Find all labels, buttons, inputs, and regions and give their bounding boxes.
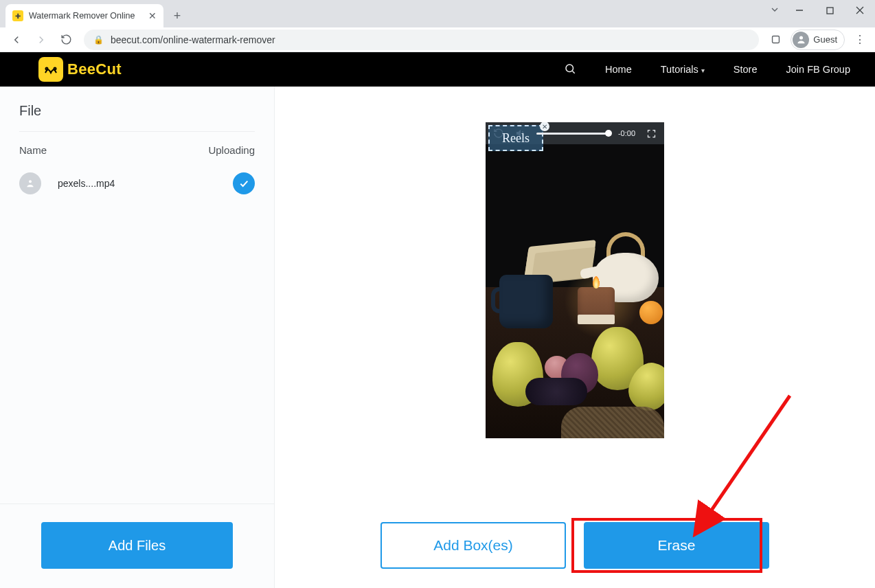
sidebar-title: File: [19, 103, 255, 119]
profile-label: Guest: [813, 34, 837, 45]
search-icon[interactable]: [564, 63, 576, 77]
minimize-button[interactable]: [784, 0, 815, 21]
lock-icon: 🔒: [93, 35, 104, 45]
svg-point-6: [46, 68, 48, 70]
reload-button[interactable]: [55, 29, 77, 51]
close-window-button[interactable]: [845, 0, 875, 21]
nav-home[interactable]: Home: [605, 64, 632, 75]
svg-line-13: [701, 396, 790, 526]
erase-button[interactable]: Erase: [584, 522, 769, 569]
avatar-icon: [793, 32, 809, 48]
selection-close-icon[interactable]: ✕: [540, 122, 549, 131]
browser-toolbar: 🔒 beecut.com/online-watermark-remover Gu…: [0, 27, 875, 52]
seek-slider[interactable]: [536, 133, 609, 135]
kebab-menu-icon[interactable]: ⋮: [850, 33, 870, 46]
svg-point-5: [799, 36, 803, 40]
main-nav: Home Tutorials Store Join FB Group: [564, 63, 850, 77]
nav-group[interactable]: Join FB Group: [786, 64, 851, 75]
video-player: Reels ✕ -0:00 Add Box(es) Erase: [486, 122, 664, 438]
selection-box[interactable]: Reels: [488, 125, 543, 151]
maximize-button[interactable]: [815, 0, 845, 21]
url-text: beecut.com/online-watermark-remover: [111, 34, 275, 45]
back-button[interactable]: [5, 29, 27, 51]
nav-tutorials[interactable]: Tutorials: [661, 64, 705, 75]
svg-point-8: [566, 65, 573, 72]
browser-titlebar: ✚ Watermark Remover Online ✕ +: [0, 0, 875, 27]
add-files-button[interactable]: Add Files: [41, 522, 233, 569]
logo-icon[interactable]: [38, 57, 63, 82]
annotation-arrow-icon: [687, 389, 797, 540]
extensions-icon[interactable]: [766, 30, 785, 49]
video-still: Reels ✕: [486, 122, 664, 438]
file-thumb-icon: [19, 172, 41, 194]
svg-point-7: [54, 68, 56, 70]
col-name: Name: [19, 144, 47, 156]
divider: [19, 131, 255, 132]
tabs-chevron-icon[interactable]: [769, 4, 780, 18]
main-panel: Reels ✕ -0:00 Add Box(es) Erase: [275, 87, 875, 588]
nav-store[interactable]: Store: [734, 64, 758, 75]
app-body: File Name Uploading pexels....mp4 Add Fi…: [0, 87, 875, 588]
upload-complete-icon: [233, 172, 255, 194]
close-tab-icon[interactable]: ✕: [148, 10, 157, 21]
col-status: Uploading: [208, 144, 255, 156]
file-name: pexels....mp4: [58, 178, 115, 189]
svg-point-10: [29, 180, 32, 183]
window-controls: [784, 0, 875, 27]
favicon-icon: ✚: [12, 10, 23, 21]
tab-title: Watermark Remover Online: [29, 11, 135, 21]
watermark-label: Reels: [502, 131, 530, 146]
new-tab-button[interactable]: +: [168, 6, 187, 25]
browser-tab[interactable]: ✚ Watermark Remover Online ✕: [5, 4, 163, 27]
file-row[interactable]: pexels....mp4: [19, 172, 255, 194]
add-boxes-button[interactable]: Add Box(es): [380, 522, 566, 569]
forward-button[interactable]: [30, 29, 52, 51]
sidebar: File Name Uploading pexels....mp4 Add Fi…: [0, 87, 275, 588]
video-frame[interactable]: Reels ✕ -0:00: [486, 122, 664, 438]
site-header: BeeCut Home Tutorials Store Join FB Grou…: [0, 52, 875, 87]
file-table-header: Name Uploading: [19, 144, 255, 156]
svg-rect-4: [772, 36, 779, 43]
profile-chip[interactable]: Guest: [791, 30, 845, 50]
svg-line-9: [573, 71, 575, 73]
action-bar: Add Box(es) Erase: [275, 522, 875, 569]
svg-rect-1: [827, 8, 833, 14]
address-bar[interactable]: 🔒 beecut.com/online-watermark-remover: [84, 30, 759, 50]
brand-name[interactable]: BeeCut: [67, 60, 122, 78]
